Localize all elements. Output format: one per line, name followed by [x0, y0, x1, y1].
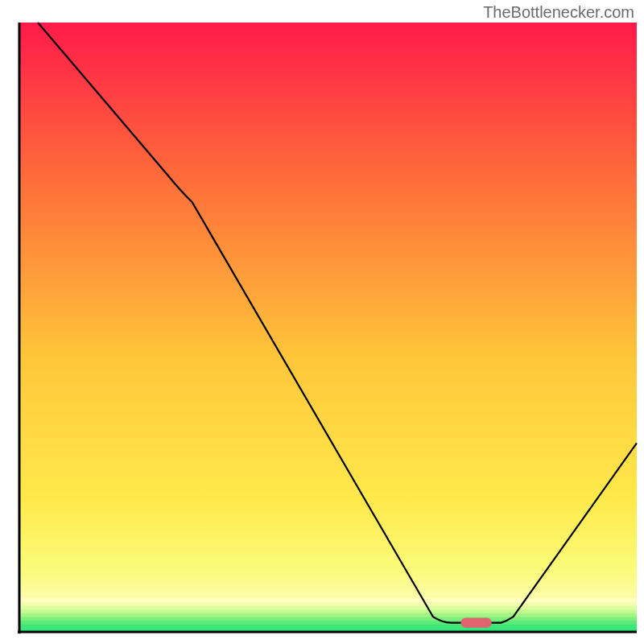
bottleneck-chart: [0, 0, 644, 644]
optimum-marker: [460, 618, 491, 628]
svg-rect-1: [19, 602, 637, 606]
svg-rect-6: [19, 621, 637, 625]
svg-rect-2: [19, 606, 637, 610]
chart-container: TheBottlenecker.com: [0, 0, 644, 644]
svg-rect-4: [19, 613, 637, 617]
plot-background-gradient: [19, 23, 637, 632]
svg-rect-0: [19, 598, 637, 602]
watermark-text: TheBottlenecker.com: [483, 3, 634, 22]
svg-rect-7: [19, 625, 637, 629]
svg-rect-3: [19, 609, 637, 613]
svg-rect-5: [19, 617, 637, 621]
bottom-color-bands: [19, 598, 637, 632]
